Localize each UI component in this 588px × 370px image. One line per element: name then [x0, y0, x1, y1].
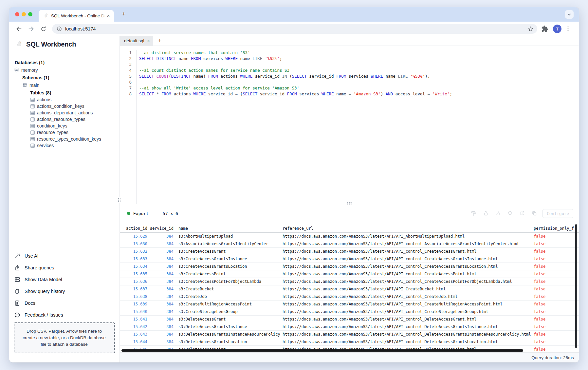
table-cell: s3:DeleteAccessGrantsInstance [174, 324, 282, 329]
close-window-icon[interactable] [15, 12, 19, 16]
schemas-section-label: Schemas (1) [9, 74, 119, 81]
file-dropzone[interactable]: Drop CSV, Parquet, Arrow files here to c… [14, 322, 115, 353]
schema-box-icon [23, 83, 27, 88]
reload-button[interactable] [39, 24, 48, 33]
horizontal-scrollbar[interactable] [121, 349, 523, 352]
table-icon [30, 137, 35, 141]
table-row[interactable]: 15.638384s3:CreateJobhttps://docs.aws.am… [120, 293, 579, 301]
data-model-icon [14, 277, 20, 282]
table-cell: 15.642 [120, 324, 147, 329]
table-row[interactable]: 15.636384s3:CreateAccessPointForObjectLa… [120, 278, 579, 285]
table-row[interactable]: 15.642384s3:DeleteAccessGrantsInstanceht… [120, 323, 579, 331]
table-row[interactable]: 15.644384s3:DeleteAccessGrantsLocationht… [120, 338, 579, 346]
table-cell: https://docs.aws.amazon.com/AmazonS3/lat… [282, 264, 532, 269]
table-cell: false [532, 287, 579, 291]
tree-table-actions_resource_types[interactable]: actions_resource_types [9, 116, 119, 123]
tree-table-actions_condition_keys[interactable]: actions_condition_keys [9, 103, 119, 109]
sidebar-action-show-data-model[interactable]: Show Data Model [9, 274, 119, 285]
sidebar-action-use-ai[interactable]: Use AI [9, 250, 119, 262]
table-row[interactable]: 15.630384s3:AssociateAccessGrantsIdentit… [120, 240, 579, 248]
table-cell: 15.641 [120, 317, 147, 321]
browser-tab-title: SQL Workbench - Online Data [51, 13, 105, 18]
forward-button[interactable] [27, 24, 36, 33]
column-header: action_id [120, 226, 147, 231]
table-cell: https://docs.aws.amazon.com/AmazonS3/lat… [282, 249, 532, 254]
table-cell: s3:CreateAccessGrant [174, 249, 282, 254]
result-dimensions: 57 x 6 [163, 211, 178, 216]
undo-icon[interactable] [507, 211, 513, 216]
profile-avatar[interactable]: T [553, 25, 561, 33]
editor-tab-close-icon[interactable]: × [147, 38, 150, 44]
table-row[interactable]: 15.629384s3:AbortMultipartUploadhttps://… [120, 233, 579, 240]
panel-resize-handle[interactable] [347, 202, 352, 204]
table-cell: https://docs.aws.amazon.com/AmazonS3/lat… [282, 294, 532, 299]
table-row[interactable]: 15.640384s3:CreateStorageLensGrouphttps:… [120, 308, 579, 316]
line-number: 2 [120, 56, 132, 62]
history-icon [14, 288, 20, 294]
tree-table-condition_keys[interactable]: condition_keys [9, 123, 119, 129]
sidebar-action-share-queries[interactable]: Share queries [9, 262, 119, 274]
editor-tab-label: default.sql [124, 38, 144, 43]
tree-table-resource_types[interactable]: resource_types [9, 129, 119, 136]
column-header: service_id [147, 226, 174, 231]
table-cell: s3:AbortMultipartUpload [174, 234, 282, 239]
table-row[interactable]: 15.643384s3:DeleteAccessGrantsInstanceRe… [120, 331, 579, 338]
tree-table-resource_types_condition_keys[interactable]: resource_types_condition_keys [9, 136, 119, 142]
maximize-window-icon[interactable] [28, 12, 32, 16]
table-row[interactable]: 15.633384s3:CreateAccessGrantsInstanceht… [120, 255, 579, 263]
results-icon-toolbar [471, 211, 537, 216]
line-number: 4 [120, 68, 132, 73]
bookmark-star-icon[interactable] [528, 26, 534, 33]
database-tree: Databases (1) memory Schemas (1) main Ta… [9, 53, 119, 149]
editor-tab-default-sql[interactable]: default.sql × [120, 36, 153, 46]
code-line: SELECT * FROM actions WHERE service_id =… [139, 91, 579, 97]
sidebar-action-docs[interactable]: Docs [9, 297, 119, 309]
editor-new-tab-button[interactable]: + [158, 38, 162, 44]
app-header: SQL Workbench [9, 36, 119, 53]
sidebar-action-show-query-history[interactable]: Show query history [9, 285, 119, 297]
tab-close-icon[interactable]: × [105, 13, 111, 19]
table-row[interactable]: 15.634384s3:CreateAccessGrantsLocationht… [120, 263, 579, 270]
extensions-puzzle-icon[interactable] [541, 25, 548, 32]
tree-schema-main[interactable]: main [9, 81, 119, 89]
table-cell: s3:CreateAccessPoint [174, 272, 282, 276]
export-button[interactable]: Export [133, 211, 149, 216]
url-text[interactable]: localhost:5174 [65, 26, 96, 31]
new-tab-button[interactable]: + [119, 10, 128, 19]
line-number: 1 [120, 50, 132, 56]
editor-code[interactable]: --ai distinct service names that contain… [137, 50, 579, 204]
browser-tab[interactable]: SQL Workbench - Online Data × [39, 10, 114, 22]
copy-icon[interactable] [532, 211, 537, 216]
address-bar[interactable]: localhost:5174 [52, 24, 537, 34]
back-button[interactable] [14, 24, 24, 33]
table-cell: 384 [147, 249, 174, 254]
sidebar-resize-handle[interactable] [118, 197, 121, 203]
tab-search-chevron-icon[interactable] [565, 10, 574, 19]
table-cell: s3:CreateAccessGrantsInstance [174, 257, 282, 261]
format-wand-icon[interactable] [495, 211, 501, 216]
sidebar-action-label: Show query history [25, 289, 65, 294]
reload-icon [40, 26, 46, 32]
table-row[interactable]: 15.632384s3:CreateAccessGranthttps://doc… [120, 248, 579, 255]
sidebar-action-feedback-issues[interactable]: Feedback / Issues [9, 309, 119, 321]
table-row[interactable]: 15.641384s3:DeleteAccessGranthttps://doc… [120, 316, 579, 323]
paint-roller-icon[interactable] [471, 211, 476, 216]
site-info-icon[interactable] [57, 26, 62, 31]
tree-table-services[interactable]: services [9, 142, 119, 149]
lock-icon[interactable] [483, 211, 488, 216]
tree-table-actions_dependant_actions[interactable]: actions_dependant_actions [9, 109, 119, 116]
external-link-icon[interactable] [520, 211, 525, 216]
browser-menu-kebab-icon[interactable] [565, 26, 571, 31]
minimize-window-icon[interactable] [22, 12, 26, 16]
tree-table-actions[interactable]: actions [9, 96, 119, 103]
configure-button[interactable]: Configure [542, 209, 573, 218]
query-duration: Query duration: 26ms [531, 355, 574, 360]
tree-database-memory[interactable]: memory [9, 66, 119, 74]
table-row[interactable]: 15.637384s3:CreateBuckethttps://docs.aws… [120, 285, 579, 293]
table-row[interactable]: 15.635384s3:CreateAccessPointhttps://doc… [120, 270, 579, 278]
table-cell: 15.644 [120, 340, 147, 344]
vertical-scrollbar[interactable] [575, 224, 577, 348]
sql-editor[interactable]: 12345678 --ai distinct service names tha… [120, 46, 579, 204]
table-row[interactable]: 15.639384s3:CreateMultiRegionAccessPoint… [120, 301, 579, 308]
table-cell: https://docs.aws.amazon.com/AmazonS3/lat… [282, 340, 532, 344]
